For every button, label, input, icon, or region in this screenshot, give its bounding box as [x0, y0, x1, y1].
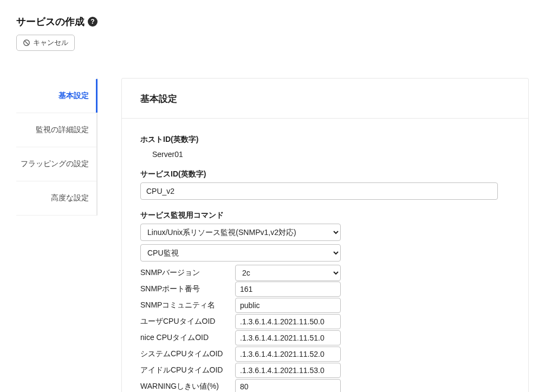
- snmp-community-input[interactable]: [235, 298, 341, 313]
- param-label: SNMPポート番号: [140, 281, 235, 297]
- param-label: ユーザCPUタイムOID: [140, 313, 235, 330]
- param-row: nice CPUタイムOID: [140, 330, 510, 346]
- sidebar-item-label: 基本設定: [59, 91, 89, 100]
- idle-cpu-oid-input[interactable]: [235, 363, 341, 378]
- cancel-button[interactable]: キャンセル: [16, 35, 75, 51]
- host-id-label: ホストID(英数字): [140, 135, 510, 145]
- command-type-select[interactable]: CPU監視: [140, 244, 341, 262]
- system-cpu-oid-input[interactable]: [235, 347, 341, 362]
- param-label: SNMPバージョン: [140, 265, 235, 281]
- service-id-input[interactable]: [140, 182, 498, 200]
- param-row: SNMPバージョン 2c: [140, 265, 510, 281]
- panel-title: 基本設定: [140, 93, 510, 105]
- param-label: SNMPコミュニティ名: [140, 297, 235, 313]
- service-id-label: サービスID(英数字): [140, 169, 510, 179]
- host-id-value: Server01: [140, 148, 510, 159]
- snmp-port-input[interactable]: [235, 282, 341, 297]
- cancel-icon: [23, 39, 30, 47]
- param-row: システムCPUタイムOID: [140, 346, 510, 362]
- warning-threshold-input[interactable]: [235, 379, 341, 392]
- page-header: サービスの作成 ? キャンセル: [16, 15, 529, 51]
- user-cpu-oid-input[interactable]: [235, 314, 341, 329]
- command-label: サービス監視用コマンド: [140, 211, 510, 220]
- sidebar-item-advanced[interactable]: 高度な設定: [16, 181, 96, 215]
- param-label: WARNINGしきい値(%): [140, 378, 235, 392]
- param-row: WARNINGしきい値(%): [140, 378, 510, 392]
- sidebar-item-label: 監視の詳細設定: [36, 125, 89, 134]
- settings-sidebar: 基本設定 監視の詳細設定 フラッピングの設定 高度な設定: [16, 78, 98, 215]
- cancel-button-label: キャンセル: [33, 38, 68, 48]
- sidebar-item-monitoring-detail[interactable]: 監視の詳細設定: [16, 113, 96, 147]
- sidebar-item-flapping[interactable]: フラッピングの設定: [16, 147, 96, 181]
- param-row: SNMPコミュニティ名: [140, 297, 510, 313]
- command-params: SNMPバージョン 2c SNMPポート番号 SNMPコミュニティ名: [140, 265, 510, 392]
- help-icon[interactable]: ?: [88, 17, 98, 27]
- command-category-select[interactable]: Linux/Unix系リソース監視(SNMPv1,v2対応): [140, 224, 341, 241]
- sidebar-item-basic[interactable]: 基本設定: [16, 79, 96, 113]
- param-row: SNMPポート番号: [140, 281, 510, 297]
- nice-cpu-oid-input[interactable]: [235, 330, 341, 345]
- page-title: サービスの作成: [16, 15, 85, 28]
- param-label: システムCPUタイムOID: [140, 346, 235, 362]
- sidebar-item-label: フラッピングの設定: [21, 159, 89, 168]
- sidebar-item-label: 高度な設定: [51, 193, 89, 202]
- param-label: アイドルCPUタイムOID: [140, 362, 235, 378]
- snmp-version-select[interactable]: 2c: [235, 265, 341, 281]
- svg-line-1: [25, 41, 28, 44]
- param-row: アイドルCPUタイムOID: [140, 362, 510, 378]
- basic-settings-panel: 基本設定 ホストID(英数字) Server01 サービスID(英数字) サービ…: [121, 78, 529, 392]
- param-row: ユーザCPUタイムOID: [140, 313, 510, 330]
- param-label: nice CPUタイムOID: [140, 330, 235, 346]
